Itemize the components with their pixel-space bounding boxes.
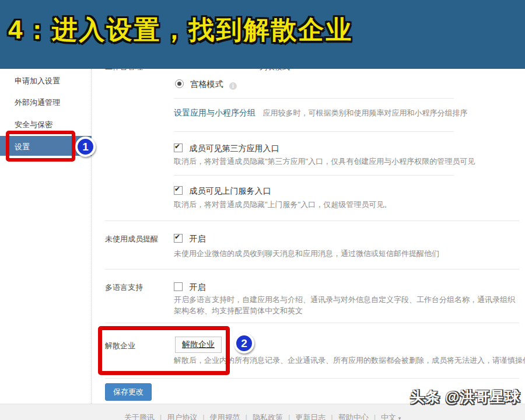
third-party-entry-row[interactable]: 成员可见第三方应用入口 bbox=[174, 143, 279, 154]
third-party-entry-desc: 取消后，将对普通成员隐藏"第三方应用"入口，仅具有创建应用与小程序权限的管理员可… bbox=[174, 156, 475, 167]
divider bbox=[174, 131, 454, 132]
footer-link-usage-rules[interactable]: 使用规范 bbox=[210, 413, 240, 420]
divider bbox=[174, 98, 454, 99]
multi-language-toggle-label: 开启 bbox=[189, 282, 205, 292]
footer-separator: | bbox=[202, 413, 204, 420]
save-changes-button[interactable]: 保存更改 bbox=[105, 383, 152, 401]
footer-link-help-center[interactable]: 帮助中心 bbox=[338, 413, 369, 420]
divider bbox=[105, 220, 519, 221]
step-banner: 4：进入设置，找到解散企业 bbox=[0, 0, 525, 69]
annotation-badge-1: 1 bbox=[75, 136, 96, 157]
annotation-redbox-dissolve bbox=[98, 326, 230, 375]
divider bbox=[105, 378, 519, 379]
footer-separator: | bbox=[374, 413, 376, 420]
checkbox-checked-icon[interactable] bbox=[174, 144, 183, 152]
footer-separator: | bbox=[246, 413, 247, 420]
step-banner-title: 4：进入设置，找到解散企业 bbox=[8, 13, 353, 47]
third-party-entry-label: 成员可见第三方应用入口 bbox=[189, 144, 279, 153]
checkbox-unchecked-icon[interactable] bbox=[174, 282, 183, 291]
page: 工作台管理 列表模式 4：进入设置，找到解散企业 申请加入设置 外部沟通管理 安… bbox=[0, 0, 525, 420]
app-group-settings-desc: 应用较多时，可根据类别和使用频率对应用和小程序分组排序 bbox=[262, 108, 467, 117]
app-group-settings-link[interactable]: 设置应用与小程序分组 bbox=[174, 108, 256, 117]
unused-member-reminder-toggle-label: 开启 bbox=[189, 234, 205, 243]
footer-link-about[interactable]: 关于腾讯 bbox=[124, 413, 155, 420]
footer-link-user-agreement[interactable]: 用户协议 bbox=[167, 413, 197, 420]
sidebar-item-external-comm[interactable]: 外部沟通管理 bbox=[15, 97, 60, 108]
radio-selected-icon[interactable] bbox=[175, 79, 184, 88]
app-group-row: 设置应用与小程序分组 应用较多时，可根据类别和使用频率对应用和小程序分组排序 bbox=[174, 107, 467, 118]
divider bbox=[174, 175, 454, 176]
annotation-redbox-settings bbox=[6, 131, 75, 162]
multi-language-desc: 开启多语言支持时，自建应用名与介绍、通讯录与对外信息自定义字段、工作台分组名称，… bbox=[174, 294, 516, 316]
info-icon: i bbox=[229, 82, 237, 90]
unused-member-reminder-label: 未使用成员提醒 bbox=[105, 234, 158, 244]
door-service-entry-label: 成员可见上门服务入口 bbox=[189, 186, 271, 195]
grid-mode-radio-label: 宫格模式 bbox=[190, 79, 223, 89]
checkbox-checked-icon[interactable] bbox=[174, 234, 183, 243]
unused-member-reminder-toggle[interactable]: 开启 bbox=[174, 233, 205, 244]
checkbox-checked-icon[interactable] bbox=[174, 186, 183, 195]
sidebar-item-join-settings[interactable]: 申请加入设置 bbox=[15, 76, 60, 86]
multi-language-label: 多语言支持 bbox=[105, 282, 143, 293]
footer-link-privacy[interactable]: 隐私政策 bbox=[253, 413, 283, 420]
door-service-entry-desc: 取消后，将对普通成员隐藏"上门服务"入口，仅超级管理员可见。 bbox=[174, 200, 391, 210]
footer-links: 关于腾讯|用户协议|使用规范|隐私政策|更新日志|帮助中心|中文 ▾ bbox=[0, 412, 525, 420]
footer-link-changelog[interactable]: 更新日志 bbox=[295, 413, 326, 420]
annotation-badge-2: 2 bbox=[234, 333, 254, 354]
watermark-text: 头条 @洪哥星球 bbox=[410, 387, 520, 407]
unused-member-reminder-desc: 未使用企业微信的成员收到聊天消息和应用消息，通过微信或短信邮件提醒他们 bbox=[174, 249, 439, 259]
chevron-down-icon[interactable]: ▾ bbox=[398, 415, 401, 420]
multi-language-toggle[interactable]: 开启 bbox=[174, 282, 205, 293]
door-service-entry-row[interactable]: 成员可见上门服务入口 bbox=[174, 186, 271, 197]
footer-separator: | bbox=[288, 413, 290, 420]
sidebar-item-security[interactable]: 安全与保密 bbox=[15, 120, 52, 130]
sidebar: 申请加入设置 外部沟通管理 安全与保密 设置 bbox=[0, 69, 92, 404]
divider bbox=[105, 323, 519, 323]
footer-language-selector[interactable]: 中文 bbox=[381, 413, 396, 420]
divider bbox=[105, 269, 519, 270]
grid-mode-radio-row[interactable]: 宫格模式 i bbox=[175, 79, 237, 90]
footer-separator: | bbox=[160, 413, 162, 420]
footer-separator: | bbox=[331, 413, 332, 420]
